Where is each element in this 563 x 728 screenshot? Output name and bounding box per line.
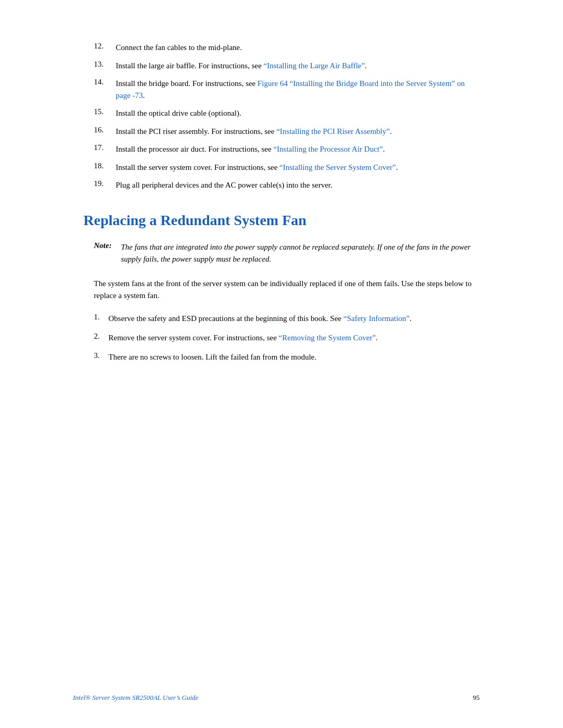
ol-item-2: 2. Remove the server system cover. For i…	[94, 332, 490, 344]
list-number-18: 18.	[94, 162, 116, 174]
link-processor-air-duct[interactable]: “Installing the Processor Air Duct”	[273, 145, 383, 153]
list-item-15: 15. Install the optical drive cable (opt…	[83, 107, 490, 119]
list-item-13: 13. Install the large air baffle. For in…	[83, 60, 490, 72]
ol-item-3: 3. There are no screws to loosen. Lift t…	[94, 351, 490, 363]
list-content-16: Install the PCI riser assembly. For inst…	[116, 126, 490, 138]
list-number-12: 12.	[94, 42, 116, 54]
note-block: Note: The fans that are integrated into …	[94, 241, 490, 266]
link-server-system-cover[interactable]: “Installing the Server System Cover”	[279, 163, 396, 171]
ol-number-2: 2.	[94, 332, 108, 344]
list-number-15: 15.	[94, 107, 116, 119]
list-number-14: 14.	[94, 78, 116, 101]
numbered-list: 12. Connect the fan cables to the mid-pl…	[83, 42, 490, 191]
list-content-14: Install the bridge board. For instructio…	[116, 78, 490, 101]
page-footer: Intel® Server System SR2500AL User’s Gui…	[0, 694, 563, 702]
list-item-18: 18. Install the server system cover. For…	[83, 162, 490, 174]
note-label: Note:	[94, 241, 121, 266]
list-content-15: Install the optical drive cable (optiona…	[116, 107, 490, 119]
link-pci-riser[interactable]: “Installing the PCI Riser Assembly”	[276, 127, 389, 135]
ol-item-1: 1. Observe the safety and ESD precaution…	[94, 313, 490, 325]
list-item-16: 16. Install the PCI riser assembly. For …	[83, 126, 490, 138]
body-paragraph: The system fans at the front of the serv…	[94, 278, 490, 302]
link-removing-system-cover[interactable]: “Removing the System Cover”	[279, 334, 376, 342]
list-item-19: 19. Plug all peripheral devices and the …	[83, 179, 490, 191]
ol-content-1: Observe the safety and ESD precautions a…	[108, 313, 490, 325]
ol-content-2: Remove the server system cover. For inst…	[108, 332, 490, 344]
list-number-19: 19.	[94, 179, 116, 191]
link-bridge-board[interactable]: Figure 64 “Installing the Bridge Board i…	[116, 79, 464, 100]
list-number-16: 16.	[94, 126, 116, 138]
list-content-13: Install the large air baffle. For instru…	[116, 60, 490, 72]
footer-title: Intel® Server System SR2500AL User’s Gui…	[73, 694, 199, 702]
list-content-12: Connect the fan cables to the mid-plane.	[116, 42, 490, 54]
list-content-18: Install the server system cover. For ins…	[116, 162, 490, 174]
list-number-17: 17.	[94, 143, 116, 155]
list-item-14: 14. Install the bridge board. For instru…	[83, 78, 490, 101]
link-large-air-baffle[interactable]: “Installing the Large Air Baffle”	[264, 61, 365, 70]
ol-number-1: 1.	[94, 313, 108, 325]
note-text: The fans that are integrated into the po…	[121, 241, 490, 266]
footer-page-number: 95	[473, 694, 480, 702]
ol-number-3: 3.	[94, 351, 108, 363]
page-container: 12. Connect the fan cables to the mid-pl…	[0, 0, 563, 728]
section-heading: Replacing a Redundant System Fan	[83, 212, 490, 229]
list-item-12: 12. Connect the fan cables to the mid-pl…	[83, 42, 490, 54]
list-item-17: 17. Install the processor air duct. For …	[83, 143, 490, 155]
list-number-13: 13.	[94, 60, 116, 72]
ol-content-3: There are no screws to loosen. Lift the …	[108, 351, 490, 363]
list-content-17: Install the processor air duct. For inst…	[116, 143, 490, 155]
link-safety-information[interactable]: “Safety Information”	[344, 314, 410, 323]
list-content-19: Plug all peripheral devices and the AC p…	[116, 179, 490, 191]
ordered-list: 1. Observe the safety and ESD precaution…	[94, 313, 490, 364]
